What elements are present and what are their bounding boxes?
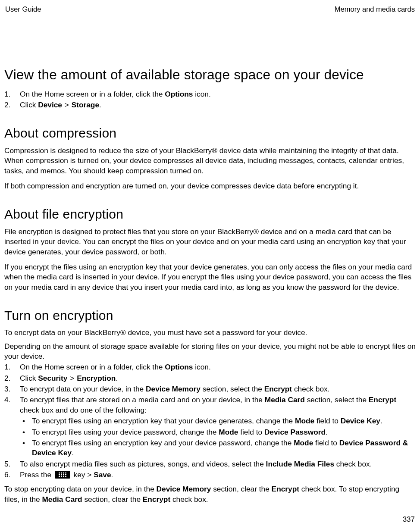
- heading-turn-on-encryption: Turn on encryption: [4, 307, 416, 325]
- sub-bullets: To encrypt files using an encryption key…: [20, 416, 416, 458]
- list-item: To encrypt files using an encryption key…: [20, 416, 416, 426]
- paragraph: Compression is designed to reduce the si…: [4, 146, 416, 176]
- bold: Security: [38, 374, 67, 382]
- bold: Save: [94, 470, 111, 479]
- bold: Encrypt: [369, 395, 396, 404]
- list-item: On the Home screen or in a folder, click…: [4, 362, 416, 372]
- breadcrumb-separator: >: [67, 374, 77, 382]
- list-item: To encrypt files that are stored on a me…: [4, 395, 416, 458]
- text: check box.: [334, 460, 372, 468]
- bold: Mode: [219, 428, 238, 436]
- page-number: 337: [403, 515, 415, 525]
- text: On the Home screen or in a folder, click…: [20, 363, 165, 371]
- page: User Guide Memory and media cards View t…: [0, 0, 420, 529]
- bold: Include Media Files: [266, 460, 334, 468]
- text: field to: [238, 428, 264, 436]
- paragraph: Depending on the amount of storage space…: [4, 341, 416, 362]
- bold: Device Memory: [146, 385, 201, 393]
- text: icon.: [193, 363, 210, 371]
- menu-key-icon: [55, 471, 70, 479]
- paragraph: To stop encrypting data on your device, …: [4, 484, 416, 504]
- paragraph: If both compression and encryption are t…: [4, 181, 416, 191]
- text: To encrypt files using an encryption key…: [32, 416, 295, 425]
- bold: Storage: [72, 100, 99, 109]
- bold: Device: [38, 100, 62, 109]
- text: .: [116, 374, 118, 382]
- bold: Encrypt: [264, 385, 292, 393]
- text: section, select the: [305, 395, 369, 404]
- text: To encrypt files using your device passw…: [32, 428, 219, 436]
- list-item: To encrypt files using an encryption key…: [20, 438, 416, 458]
- bold: Device Key: [341, 416, 380, 425]
- bold: Media Card: [42, 495, 82, 504]
- bold: Encrypt: [272, 485, 299, 493]
- list-item: Click Device > Storage.: [4, 100, 416, 110]
- bold: Options: [165, 90, 193, 98]
- bold: Mode: [294, 438, 313, 447]
- header-right: Memory and media cards: [335, 4, 415, 14]
- bold: Encryption: [77, 374, 116, 382]
- text: check box.: [292, 385, 329, 393]
- bold: Encrypt: [143, 495, 170, 504]
- text: .: [326, 428, 328, 436]
- paragraph: File encryption is designed to protect f…: [4, 227, 416, 257]
- text: field to: [314, 416, 341, 425]
- text: On the Home screen or in a folder, click…: [20, 90, 165, 98]
- list-item: To encrypt data on your device, in the D…: [4, 384, 416, 394]
- text: field to: [313, 438, 339, 447]
- bold: Media Card: [265, 395, 305, 404]
- heading-view-storage: View the amount of available storage spa…: [4, 66, 416, 84]
- text: .: [380, 416, 382, 425]
- paragraph: To encrypt data on your BlackBerry® devi…: [4, 328, 416, 338]
- paragraph: If you encrypt the files using an encryp…: [4, 262, 416, 292]
- text: section, clear the: [211, 485, 271, 493]
- list-item: On the Home screen or in a folder, click…: [4, 89, 416, 99]
- text: .: [72, 448, 74, 457]
- list-item: Click Security > Encryption.: [4, 373, 416, 383]
- bold: Mode: [295, 416, 314, 425]
- text: .: [99, 100, 101, 109]
- text: check box and do one of the following:: [20, 406, 147, 414]
- breadcrumb-separator: >: [62, 100, 72, 109]
- text: section, select the: [201, 385, 264, 393]
- bold: Device Memory: [157, 485, 211, 493]
- list-item: To also encrypt media files such as pict…: [4, 459, 416, 469]
- bold: Device Password: [264, 428, 326, 436]
- text: check box.: [170, 495, 208, 504]
- heading-file-encryption: About file encryption: [4, 206, 416, 223]
- steps-encryption: On the Home screen or in a folder, click…: [4, 362, 416, 480]
- text: Click: [20, 100, 38, 109]
- text: section, clear the: [82, 495, 143, 504]
- text: To also encrypt media files such as pict…: [20, 460, 266, 468]
- text: To encrypt data on your device, in the: [20, 385, 146, 393]
- text: Click: [20, 374, 38, 382]
- text: To encrypt files using an encryption key…: [32, 438, 294, 447]
- heading-compression: About compression: [4, 125, 416, 142]
- text: Press the: [20, 470, 53, 479]
- bold: Options: [165, 363, 193, 371]
- steps-view-storage: On the Home screen or in a folder, click…: [4, 89, 416, 110]
- running-header: User Guide Memory and media cards: [4, 4, 416, 14]
- text: key >: [72, 470, 94, 479]
- header-left: User Guide: [5, 4, 41, 14]
- list-item: To encrypt files using your device passw…: [20, 427, 416, 437]
- text: To stop encrypting data on your device, …: [4, 485, 157, 493]
- text: .: [111, 470, 113, 479]
- text: To encrypt files that are stored on a me…: [20, 395, 265, 404]
- list-item: Press the key > Save.: [4, 470, 416, 480]
- text: icon.: [193, 90, 210, 98]
